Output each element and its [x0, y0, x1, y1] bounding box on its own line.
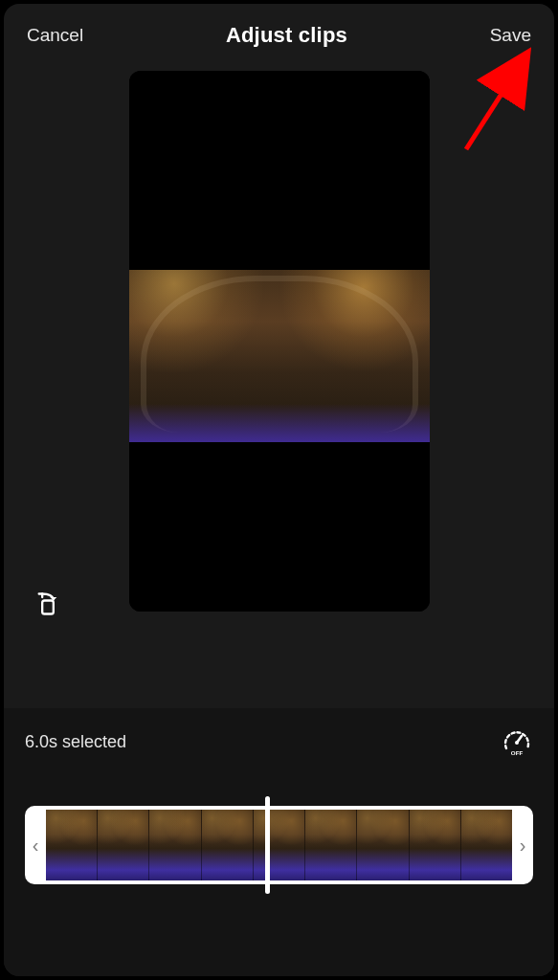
video-preview[interactable] — [129, 71, 430, 612]
playhead[interactable] — [265, 796, 270, 894]
letterbox-top — [129, 71, 430, 270]
timeline-frame[interactable] — [460, 810, 512, 880]
adjust-clips-screen: Cancel Adjust clips Save — [4, 4, 554, 976]
letterbox-bottom — [129, 442, 430, 612]
timeline-frame[interactable] — [148, 810, 200, 880]
bottom-panel: 6.0s selected OFF ‹ › — [4, 708, 554, 976]
svg-point-3 — [515, 741, 519, 745]
clip-timeline[interactable]: ‹ › — [25, 806, 533, 884]
cancel-button[interactable]: Cancel — [27, 25, 83, 46]
video-preview-area — [4, 65, 554, 621]
save-button[interactable]: Save — [490, 25, 531, 46]
timeline-frame[interactable] — [304, 810, 356, 880]
selected-duration-label: 6.0s selected — [25, 732, 126, 752]
rotate-button[interactable] — [29, 585, 67, 623]
timeline-frame[interactable] — [409, 810, 460, 880]
timeline-frames[interactable] — [46, 806, 512, 884]
speed-off-label: OFF — [511, 749, 524, 756]
timeline-frame[interactable] — [97, 810, 148, 880]
header: Cancel Adjust clips Save — [4, 4, 554, 65]
selection-info-row: 6.0s selected OFF — [4, 725, 554, 768]
timeline-frame[interactable] — [46, 810, 97, 880]
speedometer-off-icon: OFF — [502, 727, 531, 756]
page-title: Adjust clips — [83, 23, 490, 48]
video-frame-image — [129, 270, 430, 442]
timeline-frame[interactable] — [201, 810, 253, 880]
trim-handle-left[interactable]: ‹ — [25, 806, 46, 884]
timeline-frame[interactable] — [253, 810, 304, 880]
timeline-frame[interactable] — [356, 810, 408, 880]
speed-button[interactable]: OFF — [501, 725, 533, 758]
rotate-icon — [34, 590, 61, 617]
svg-rect-0 — [42, 601, 54, 614]
trim-handle-right[interactable]: › — [512, 806, 533, 884]
